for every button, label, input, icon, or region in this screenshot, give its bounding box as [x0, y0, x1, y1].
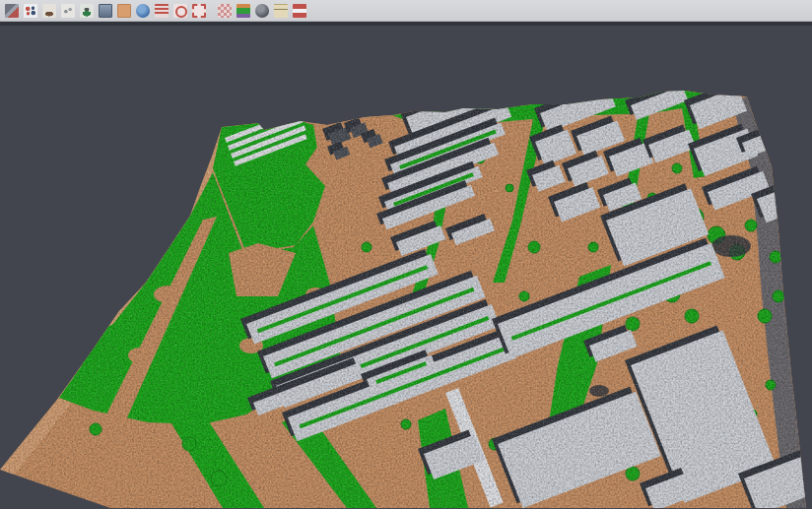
- class-palette-icon: [237, 4, 250, 18]
- ground-class-button[interactable]: [40, 2, 57, 20]
- vegetation-class-button[interactable]: [78, 2, 95, 20]
- profile-lines-button[interactable]: [153, 2, 169, 20]
- vegetation-mound-icon: [80, 4, 94, 18]
- target-picker-button[interactable]: [171, 2, 188, 20]
- grid-selection-button[interactable]: [216, 2, 233, 20]
- ground-mound-icon: [42, 4, 56, 18]
- annotation-tool-button[interactable]: [272, 2, 289, 20]
- flag-stripes-icon: [293, 4, 306, 18]
- classify-multi-button[interactable]: [3, 2, 20, 20]
- low-points-icon: [61, 4, 75, 18]
- classify-multi-icon: [5, 4, 19, 18]
- viewport-3d[interactable]: [0, 22, 812, 508]
- globe-icon: [136, 4, 150, 18]
- toolbar-separator: [208, 2, 215, 20]
- ground-grid-button[interactable]: [115, 2, 132, 20]
- annotate-icon: [274, 4, 288, 18]
- building-block-icon: [99, 4, 112, 18]
- building-class-button[interactable]: [97, 2, 113, 20]
- fence-selection-button[interactable]: [190, 2, 207, 20]
- classification-palette-button[interactable]: [235, 2, 251, 20]
- dark-sphere-icon: [255, 4, 269, 18]
- profile-lines-icon: [155, 4, 169, 18]
- low-points-class-button[interactable]: [59, 2, 76, 20]
- target-circle-icon: [173, 4, 187, 18]
- globe-view-button[interactable]: [134, 2, 151, 20]
- ground-grid-icon: [117, 4, 131, 18]
- point-cloud-scene[interactable]: [0, 26, 812, 508]
- point-pairs-icon: [24, 4, 37, 18]
- fence-select-icon: [192, 4, 206, 18]
- toolbar: [0, 0, 812, 22]
- point-pairs-button[interactable]: [22, 2, 38, 20]
- render-sphere-button[interactable]: [253, 2, 270, 20]
- flag-tool-button[interactable]: [291, 2, 307, 20]
- grid-select-icon: [218, 4, 232, 18]
